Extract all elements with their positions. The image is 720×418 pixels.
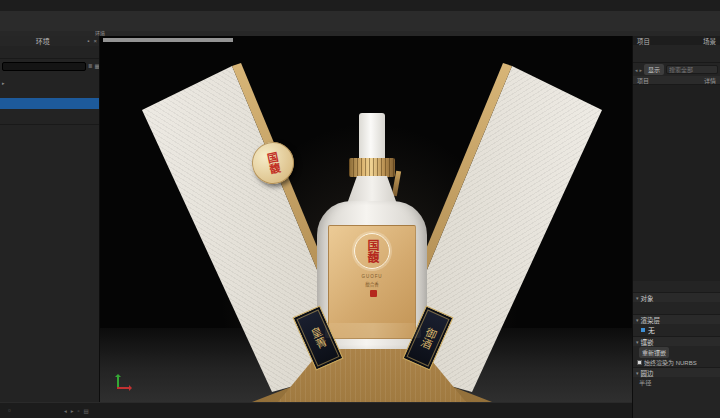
render-stats-overlay	[103, 38, 233, 42]
menubar	[0, 0, 720, 11]
close-icon[interactable]: ×	[91, 38, 99, 44]
embossed-gold-band	[325, 323, 421, 338]
round-edges-section-header[interactable]: ▾ 圆边	[633, 367, 720, 377]
caret-icon: ▾	[636, 339, 639, 345]
toolbar	[0, 11, 720, 31]
project-panel-header: 项目 场景	[633, 36, 720, 45]
render-layer-title: 渲染层	[641, 315, 661, 325]
tessellation-section-header[interactable]: ▾ 镶嵌	[633, 336, 720, 346]
sidebar-tabs	[0, 46, 99, 59]
sidebar-title-bar: 环境 ▪ ×	[0, 36, 99, 46]
layer-color-icon	[641, 328, 645, 332]
liquor-bottle[interactable]: 国馥 GUOFU 馥合香	[317, 113, 427, 349]
bottle-cap[interactable]	[359, 113, 385, 159]
pager-small-icon[interactable]: ▫	[78, 408, 80, 414]
project-panel-title: 项目	[637, 36, 650, 46]
object-section-header[interactable]: ▾ 对象	[633, 292, 720, 302]
red-seal-icon	[370, 290, 377, 297]
scene-panel-title: 场景	[703, 36, 716, 46]
back-arrow-icon[interactable]: ◂	[635, 67, 638, 73]
environment-search-input[interactable]	[2, 62, 86, 71]
project-tabs	[633, 45, 720, 63]
scene-search-input[interactable]	[666, 65, 718, 74]
axis-gizmo	[114, 370, 136, 392]
environment-folder-row[interactable]: ▸	[0, 77, 99, 88]
caret-icon: ▾	[636, 295, 639, 301]
status-bar: ▫ ◂ ▸ ▫ ▤	[0, 402, 632, 418]
pager-large-icon[interactable]: ▤	[83, 408, 88, 414]
sidebar-title: 环境	[0, 36, 85, 46]
bottle-neck-band	[349, 158, 395, 177]
render-layer-row[interactable]: 无	[633, 324, 720, 336]
tessellation-title: 镶嵌	[641, 337, 654, 347]
keyshot-window: 环境 环境 ▪ × ≣ ▦ ▥ ▸	[0, 0, 720, 418]
object-buttons	[633, 302, 720, 314]
bottle-brand-latin: GUOFU	[329, 274, 415, 279]
column-detail: 详情	[704, 76, 716, 85]
bottle-flavor-text: 馥合香	[329, 281, 415, 287]
medallion-text: 国馥	[263, 151, 283, 176]
environment-selected-item[interactable]	[0, 98, 99, 109]
scene-filter-row: ◂ ▸ 显示	[633, 63, 720, 76]
pager-prev-icon[interactable]: ◂	[64, 408, 67, 414]
round-edges-title: 圆边	[641, 368, 654, 378]
panel-toggle-icon[interactable]: ▫	[8, 406, 11, 416]
environment-library-panel: 环境 ▪ × ≣ ▦ ▥ ▸	[0, 36, 100, 402]
list-view-icon[interactable]: ≣	[88, 63, 93, 69]
forward-arrow-icon[interactable]: ▸	[640, 67, 643, 73]
show-filter-button[interactable]: 显示	[644, 64, 664, 75]
column-item: 项目	[637, 76, 649, 85]
bottle-label: 国馥 GUOFU 馥合香	[328, 225, 416, 339]
caret-icon: ▾	[636, 370, 639, 376]
caret-icon: ▾	[636, 317, 639, 323]
sidebar-search-row: ≣ ▦ ▥	[0, 59, 99, 73]
radius-label: 半径	[639, 378, 651, 387]
viewport-3d[interactable]: 国馥 GUOFU 馥合香 皇菁 御酒 国馥	[100, 36, 632, 402]
bottle-brand-characters: 国馥	[366, 239, 378, 263]
checkbox-icon[interactable]	[637, 360, 642, 365]
render-layer-value: 无	[648, 325, 655, 335]
property-subtabs	[633, 281, 720, 292]
environment-folder-list: ▸	[0, 73, 99, 125]
render-nurbs-label: 始终渲染为 NURBS	[644, 358, 697, 367]
render-nurbs-row: 始终渲染为 NURBS	[633, 358, 720, 367]
thumbnail-pager: ◂ ▸ ▫ ▤	[64, 408, 89, 414]
render-layer-section-header[interactable]: ▾ 渲染层	[633, 314, 720, 324]
project-panel: 项目 场景 ◂ ▸ 显示 项目 详情 ▾ 对象 ▾ 渲染层 无	[632, 36, 720, 418]
scene-tree-column-headers: 项目 详情	[633, 76, 720, 85]
scene-tree	[633, 85, 720, 281]
caret-icon: ▸	[2, 80, 5, 86]
pager-next-icon[interactable]: ▸	[71, 408, 74, 414]
x-axis-icon	[117, 387, 131, 389]
retessellate-button[interactable]: 重新镶嵌	[639, 347, 669, 358]
bottle-label-ring: 国馥	[354, 233, 390, 269]
object-section-title: 对象	[641, 293, 654, 303]
bottle-neck	[347, 176, 397, 204]
